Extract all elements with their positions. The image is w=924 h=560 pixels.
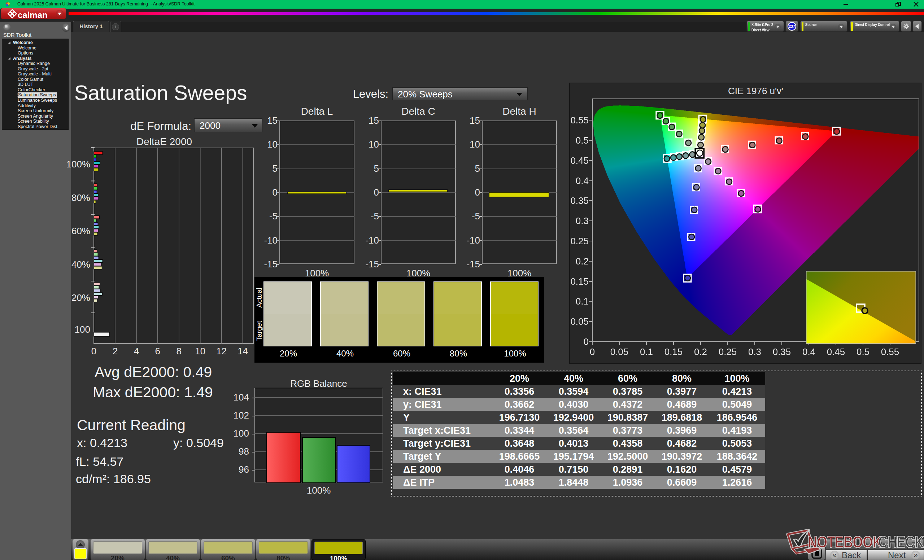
svg-text:2: 2 bbox=[112, 346, 118, 356]
svg-text:0.45: 0.45 bbox=[827, 346, 845, 357]
svg-text:100%: 100% bbox=[66, 159, 91, 169]
svg-text:0.35: 0.35 bbox=[570, 195, 589, 206]
svg-text:10: 10 bbox=[195, 346, 206, 356]
svg-text:0.4: 0.4 bbox=[576, 175, 589, 186]
svg-text:CHECK: CHECK bbox=[878, 533, 924, 551]
svg-text:80%: 80% bbox=[72, 192, 90, 203]
svg-text:0.2: 0.2 bbox=[576, 256, 589, 267]
svg-text:0.3: 0.3 bbox=[748, 346, 761, 357]
svg-text:NOTEBOOK: NOTEBOOK bbox=[808, 533, 882, 551]
svg-text:0.4: 0.4 bbox=[802, 346, 815, 357]
svg-text:0.05: 0.05 bbox=[570, 316, 589, 327]
svg-text:0.05: 0.05 bbox=[610, 346, 629, 357]
svg-text:12: 12 bbox=[216, 346, 226, 356]
svg-text:0.3: 0.3 bbox=[576, 216, 589, 226]
svg-text:0.15: 0.15 bbox=[664, 346, 683, 357]
svg-text:4: 4 bbox=[134, 346, 139, 356]
svg-text:20%: 20% bbox=[72, 292, 90, 303]
svg-text:0: 0 bbox=[590, 346, 595, 357]
svg-text:6: 6 bbox=[155, 346, 160, 356]
svg-text:0.45: 0.45 bbox=[570, 155, 589, 166]
svg-text:14: 14 bbox=[237, 346, 248, 356]
svg-text:0.5: 0.5 bbox=[576, 135, 589, 146]
svg-text:0.25: 0.25 bbox=[718, 346, 737, 357]
svg-text:0.5: 0.5 bbox=[856, 346, 870, 357]
svg-text:100: 100 bbox=[75, 324, 90, 335]
svg-text:0: 0 bbox=[92, 346, 96, 356]
svg-text:0: 0 bbox=[584, 336, 589, 347]
svg-text:0.55: 0.55 bbox=[570, 115, 589, 126]
svg-text:8: 8 bbox=[177, 346, 182, 356]
svg-text:0.1: 0.1 bbox=[576, 296, 589, 307]
svg-text:60%: 60% bbox=[72, 226, 90, 237]
svg-text:0.15: 0.15 bbox=[570, 276, 589, 287]
svg-text:0.25: 0.25 bbox=[570, 236, 589, 246]
svg-text:0.35: 0.35 bbox=[773, 346, 791, 357]
svg-text:0.55: 0.55 bbox=[881, 346, 900, 357]
svg-text:40%: 40% bbox=[72, 259, 90, 270]
svg-text:0.2: 0.2 bbox=[694, 346, 707, 357]
svg-text:0.1: 0.1 bbox=[640, 346, 653, 357]
